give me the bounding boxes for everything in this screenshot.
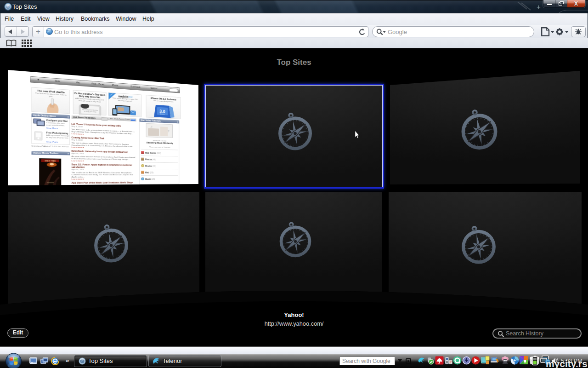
svg-text:?: ? (168, 130, 169, 133)
svg-text:♫: ♫ (150, 125, 153, 128)
svg-text:Software: Software (160, 113, 164, 115)
svg-text:STAR TREK: STAR TREK (45, 160, 56, 162)
